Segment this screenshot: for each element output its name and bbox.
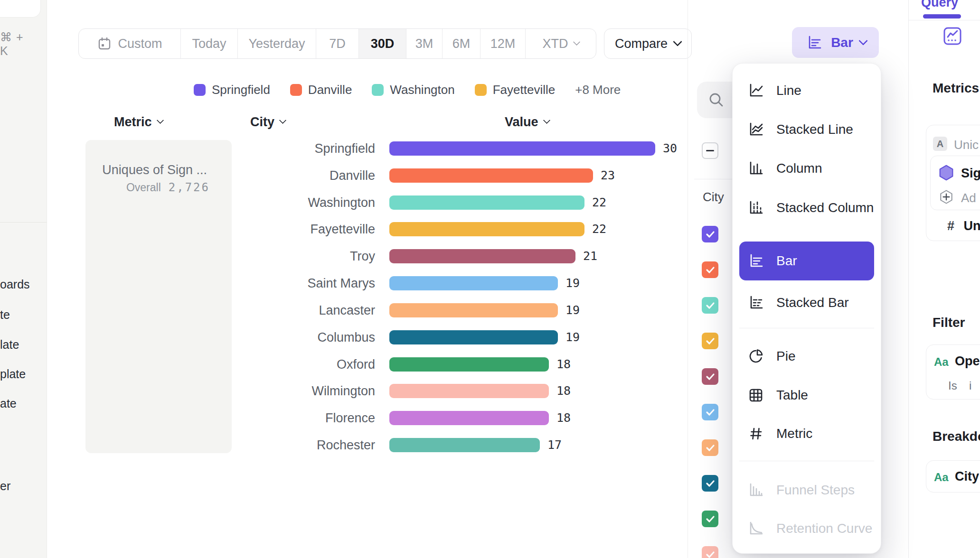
line-chart [746,81,766,101]
chart-type-label: Bar [831,35,853,50]
chevron-down-icon [156,117,164,124]
date-range-7d[interactable]: 7D [316,29,359,58]
bar-oxford[interactable] [389,357,549,372]
menu-item-label: Retention Curve [776,521,872,536]
column-header-city[interactable]: City [250,115,285,130]
date-range-custom[interactable]: Custom [79,29,181,58]
sidebar-item-plate[interactable]: plate [0,367,26,381]
compare-button[interactable]: Compare [604,28,692,59]
city-checkbox[interactable] [702,404,718,420]
bar-springfield[interactable] [389,141,655,156]
menu-item-stacked-bar[interactable]: Stacked Bar [739,289,874,316]
column-header-metric[interactable]: Metric [114,115,163,130]
menu-divider [739,328,874,328]
legend-item-danville[interactable]: Danville [290,83,352,97]
city-checkbox[interactable] [702,511,718,527]
bar-saint-marys[interactable] [389,276,558,290]
select-all-checkbox[interactable] [702,142,718,159]
bar-columbus[interactable] [389,330,558,344]
event-row-card[interactable]: Sig Ad [930,156,980,210]
city-checkbox[interactable] [702,333,718,349]
menu-item-column[interactable]: Column [739,155,874,182]
menu-item-stacked-line[interactable]: Stacked Line [739,116,874,143]
metric-definition-card[interactable]: A Unic Sig Ad # Uniqu [926,125,980,241]
date-range-today[interactable]: Today [181,29,238,58]
menu-item-metric[interactable]: Metric [739,420,874,447]
check-icon [705,335,716,347]
metric-card[interactable]: Uniques of Sign ... Overall 2,726 [85,140,232,453]
overall-label: Overall [126,181,161,194]
bar-row-label: Wilmington [209,384,375,398]
sidebar-item-te[interactable]: te [0,308,10,322]
check-icon [705,442,716,454]
chart-type-menu: LineStacked LineColumnStacked ColumnBarS… [732,63,881,554]
bar-washington[interactable] [389,195,584,210]
menu-item-pie[interactable]: Pie [739,343,874,370]
chart-type-button[interactable]: Bar [792,27,879,58]
bar-rochester[interactable] [389,438,540,452]
bar-value-label: 18 [556,411,571,425]
menu-item-label: Stacked Line [776,122,853,137]
date-range-xtd[interactable]: XTD [526,29,596,58]
city-checkbox[interactable] [702,475,718,492]
menu-item-label: Funnel Steps [776,483,855,498]
menu-item-stacked-column[interactable]: Stacked Column [739,195,874,221]
legend-item-washington[interactable]: Washington [372,83,454,97]
column-header-value[interactable]: Value [505,115,549,130]
line-chart-preview-icon[interactable] [943,27,962,46]
sidebar-item-late[interactable]: late [0,338,19,352]
date-range-30d[interactable]: 30D [359,29,406,58]
city-checkbox[interactable] [702,226,718,242]
date-range-6m[interactable]: 6M [443,29,481,58]
filter-value[interactable]: i [969,379,971,392]
filter-card[interactable]: Aa Ope Is i [926,344,980,400]
legend-item-fayetteville[interactable]: Fayetteville [475,83,556,97]
city-checkbox[interactable] [702,261,718,278]
bar-row-label: Oxford [209,357,375,372]
bar-value-label: 30 [663,141,677,156]
bar-row-label: Troy [209,249,375,263]
filter-heading: Filter [933,315,965,330]
menu-item-bar[interactable]: Bar [739,242,874,280]
legend-item-springfield[interactable]: Springfield [194,83,270,97]
legend-more-button[interactable]: +8 More [575,83,621,97]
bar-row-label: Fayetteville [209,222,375,236]
bar-danville[interactable] [389,168,593,183]
menu-item-table[interactable]: Table [739,382,874,409]
date-range-3m[interactable]: 3M [406,29,443,58]
logo-card [0,0,41,18]
pie-chart [746,346,766,366]
bar-troy[interactable] [389,249,575,263]
add-step-icon[interactable] [938,188,955,205]
legend-label: Springfield [212,83,270,97]
event-hexagon-icon [937,164,955,182]
sidebar-item-ate[interactable]: ate [0,397,17,410]
filter-operator[interactable]: Is [948,379,957,392]
sidebar-item-er[interactable]: er [0,479,10,493]
menu-item-label: Pie [776,349,795,364]
calendar-icon [97,36,112,51]
city-checkbox[interactable] [702,297,718,314]
breakdown-property-label: City [955,469,979,484]
bar-lancaster[interactable] [389,303,558,317]
legend-swatch [194,84,206,96]
city-checkbox[interactable] [702,439,718,456]
menu-item-line[interactable]: Line [739,77,874,104]
menu-item-funnel-steps: Funnel Steps [739,477,874,503]
sidebar-item-oards[interactable]: oards [0,278,30,291]
filter-property-label: Ope [955,354,980,369]
city-checkbox[interactable] [702,368,718,385]
tab-query[interactable]: Query [921,0,958,10]
date-range-12m[interactable]: 12M [481,29,526,58]
check-icon [705,371,716,382]
city-checkbox[interactable] [702,546,718,558]
bar-value-label: 23 [601,168,615,183]
bar-florence[interactable] [389,411,549,425]
check-icon [705,407,716,418]
query-header-border [909,20,980,20]
date-range-yesterday[interactable]: Yesterday [238,29,316,58]
breakdown-card[interactable]: Aa City [926,460,980,493]
bar-chart [746,251,766,271]
bar-fayetteville[interactable] [389,222,584,236]
bar-wilmington[interactable] [389,384,549,398]
